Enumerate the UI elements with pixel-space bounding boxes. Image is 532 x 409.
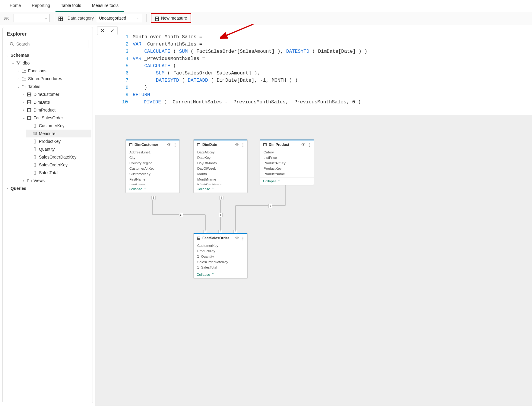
views-label: Views <box>33 178 45 183</box>
entity-field[interactable]: ProductKey <box>260 166 314 171</box>
tab-measure-tools[interactable]: Measure tools <box>87 0 124 12</box>
eye-icon[interactable] <box>235 143 239 147</box>
col-salesorderdatekey[interactable]: SalesOrderDateKey <box>26 153 91 161</box>
column-icon <box>32 170 37 175</box>
entity-field[interactable]: ΣSalesTotal <box>194 265 247 270</box>
more-icon[interactable]: ⋮ <box>241 143 245 147</box>
separator <box>54 14 54 22</box>
commit-button[interactable]: ✓ <box>107 27 117 35</box>
new-measure-label: New measure <box>161 16 187 20</box>
tree-tables[interactable]: ⌄ Tables <box>15 83 91 90</box>
entity-field[interactable]: ProductAltKey <box>260 160 314 166</box>
tab-home[interactable]: Home <box>4 0 26 12</box>
tree-dimdate[interactable]: ›DimDate <box>20 98 91 106</box>
eye-icon[interactable] <box>235 236 239 241</box>
eye-icon[interactable] <box>301 143 306 147</box>
entity-field[interactable]: AddressLine1 <box>126 149 179 155</box>
table-icon <box>196 236 201 241</box>
field-label: Catery <box>264 150 274 154</box>
entity-field[interactable]: ProductName <box>260 171 314 177</box>
search-field[interactable] <box>16 41 86 47</box>
more-icon[interactable]: ⋮ <box>173 143 177 147</box>
entity-field[interactable]: ProductKey <box>194 248 247 254</box>
col-salestotal[interactable]: SalesTotal <box>26 169 91 177</box>
tree-schemas[interactable]: ⌄Schemas <box>4 51 91 59</box>
entity-field[interactable]: City <box>126 155 179 160</box>
more-icon[interactable]: ⋮ <box>241 236 245 241</box>
new-measure-button[interactable]: New measure <box>151 13 191 23</box>
entity-field[interactable]: CustomerKey <box>194 243 247 248</box>
more-icon[interactable]: ⋮ <box>307 143 311 147</box>
tree-dimcustomer[interactable]: ›DimCustomer <box>20 90 91 98</box>
col-label: Measure <box>39 131 55 136</box>
entity-dimproduct[interactable]: DimProduct ⋮ CateryListPriceProductAltKe… <box>260 139 314 185</box>
collapse-button[interactable]: Collapse⌃ <box>194 271 247 278</box>
editor-area: ✕ ✓ 1Month over Month Sales = 2VAR _Curr… <box>95 24 532 406</box>
svg-rect-12 <box>34 140 36 143</box>
field-label: CountryRegion <box>129 161 153 165</box>
collapse-button[interactable]: Collapse⌃ <box>126 185 179 193</box>
field-label: FirstName <box>129 178 145 181</box>
dax-editor[interactable]: 1Month over Month Sales = 2VAR _CurrentM… <box>121 26 530 113</box>
tree-storedproc[interactable]: › StoredProcedures <box>15 75 91 83</box>
code-l4-kw: VAR <box>133 56 141 61</box>
svg-rect-15 <box>34 163 36 166</box>
entity-title: DimDate <box>202 143 217 147</box>
format-select[interactable]: ⌄ <box>14 14 50 22</box>
entity-field[interactable]: DayOfMonth <box>194 160 247 166</box>
tab-table-tools[interactable]: Table tools <box>55 0 87 12</box>
tree-dbo[interactable]: ⌄ dbo <box>9 59 91 67</box>
entity-fields: CustomerKeyProductKeyΣQuantitySalesOrder… <box>194 242 247 271</box>
entity-field[interactable]: CustomerAltKey <box>126 166 179 171</box>
col-quantity[interactable]: Quantity <box>26 145 91 153</box>
code-l2: _CurrentMonthSales = <box>141 42 202 47</box>
entity-field[interactable]: Month <box>194 171 247 177</box>
entity-field[interactable]: ListPrice <box>260 155 314 160</box>
entity-dimdate[interactable]: DimDate ⋮ DateAltKeyDateKeyDayOfMonthDay… <box>193 139 248 193</box>
cardinality-one: 1 <box>219 196 223 200</box>
model-diagram[interactable]: 1 1 1 * * * ▸ ▾ ◂ DimCustomer ⋮ AddressL… <box>95 115 532 406</box>
col-customerkey[interactable]: CustomerKey <box>26 122 91 130</box>
entity-field[interactable]: DayOfWeek <box>194 166 247 171</box>
eye-icon[interactable] <box>167 143 171 147</box>
col-label: CustomerKey <box>39 123 65 128</box>
entity-field[interactable]: FirstName <box>126 177 179 182</box>
tree-views[interactable]: › Views <box>20 177 91 184</box>
entity-field[interactable]: DateKey <box>194 155 247 160</box>
tree-queries[interactable]: ›Queries <box>4 184 91 192</box>
entity-field[interactable]: ΣQuantity <box>194 254 247 259</box>
tab-reporting[interactable]: Reporting <box>26 0 55 12</box>
entity-field[interactable]: SalesOrderDateKey <box>194 259 247 265</box>
col-measure[interactable]: Measure <box>26 130 91 137</box>
field-label: CustomerKey <box>197 244 218 247</box>
entity-field[interactable]: MonthName <box>194 177 247 182</box>
folder-icon <box>27 178 32 183</box>
entity-field[interactable]: CountryRegion <box>126 160 179 166</box>
entity-factsalesorder[interactable]: FactSalesOrder ⋮ CustomerKeyProductKeyΣQ… <box>193 233 248 278</box>
cancel-button[interactable]: ✕ <box>97 27 107 35</box>
collapse-button[interactable]: Collapse⌃ <box>194 185 247 193</box>
entity-fields: DateAltKeyDateKeyDayOfMonthDayOfWeekMont… <box>194 149 247 185</box>
dbo-label: dbo <box>23 61 30 65</box>
search-input[interactable] <box>7 40 88 48</box>
functions-label: Functions <box>28 68 46 73</box>
entity-dimcustomer[interactable]: DimCustomer ⋮ AddressLine1CityCountryReg… <box>125 139 180 193</box>
entity-field[interactable]: CustomerKey <box>126 171 179 177</box>
entity-field[interactable]: LastName <box>126 182 179 185</box>
col-salesorderkey[interactable]: SalesOrderKey <box>26 161 91 169</box>
col-productkey[interactable]: ProductKey <box>26 137 91 145</box>
tree-factsalesorder[interactable]: ⌄FactSalesOrder <box>20 114 91 122</box>
entity-field[interactable]: WeekDayName <box>194 182 247 185</box>
tree-functions[interactable]: › Functions <box>15 67 91 75</box>
table-icon <box>27 115 32 120</box>
field-label: ListPrice <box>264 156 277 159</box>
table-icon <box>27 92 32 97</box>
column-icon <box>32 139 37 144</box>
field-label: ProductKey <box>197 249 215 253</box>
category-select[interactable]: Uncategorized⌄ <box>97 14 142 22</box>
tree-dimproduct[interactable]: ›DimProduct <box>20 106 91 114</box>
separator <box>146 14 147 22</box>
collapse-button[interactable]: Collapse⌃ <box>260 177 314 185</box>
entity-field[interactable]: Catery <box>260 149 314 155</box>
entity-field[interactable]: DateAltKey <box>194 149 247 155</box>
